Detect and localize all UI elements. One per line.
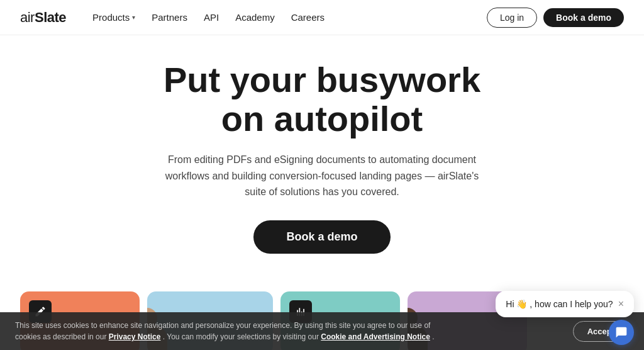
nav-products[interactable]: Products ▾ [86,8,142,26]
chat-button[interactable] [609,320,634,345]
chevron-down-icon: ▾ [132,14,135,21]
nav-api-label: API [204,12,219,23]
hero-title-line2: on autopilot [221,99,423,138]
cookie-text: This site uses cookies to enhance site n… [15,320,455,342]
nav-products-label: Products [92,12,130,23]
nav-api[interactable]: API [197,8,225,26]
nav-academy[interactable]: Academy [229,8,281,26]
nav-partners-label: Partners [152,12,187,23]
logo-slate: Slate [35,9,66,25]
logo-air: air [20,9,35,25]
cookie-advertising-link[interactable]: Cookie and Advertising Notice [321,332,430,341]
login-button[interactable]: Log in [487,8,537,28]
nav-partners[interactable]: Partners [145,8,194,26]
nav-book-demo-button[interactable]: Book a demo [543,8,624,27]
hero-section: Put your busywork on autopilot From edit… [0,35,644,274]
cookie-text-middle: . You can modify your selections by visi… [163,332,321,341]
navbar: airSlate Products ▾ Partners API Academy… [0,0,644,35]
chat-bubble: Hi 👋 , how can I help you? × [496,291,634,317]
nav-careers[interactable]: Careers [285,8,331,26]
nav-links: Products ▾ Partners API Academy Careers [86,8,487,26]
nav-actions: Log in Book a demo [487,8,624,28]
close-icon[interactable]: × [618,298,624,310]
nav-academy-label: Academy [235,12,275,23]
hero-title: Put your busywork on autopilot [164,60,480,138]
logo[interactable]: airSlate [20,9,66,26]
chat-greeting: Hi 👋 , how can I help you? [506,299,613,309]
privacy-notice-link[interactable]: Privacy Notice [109,332,161,341]
hero-subtitle: From editing PDFs and eSigning documents… [158,152,486,200]
hero-book-demo-button[interactable]: Book a demo [253,220,390,254]
nav-careers-label: Careers [291,12,325,23]
hero-title-line1: Put your busywork [164,60,480,99]
cookie-text-end: . [432,332,434,341]
cookie-banner: This site uses cookies to enhance site n… [0,312,644,350]
